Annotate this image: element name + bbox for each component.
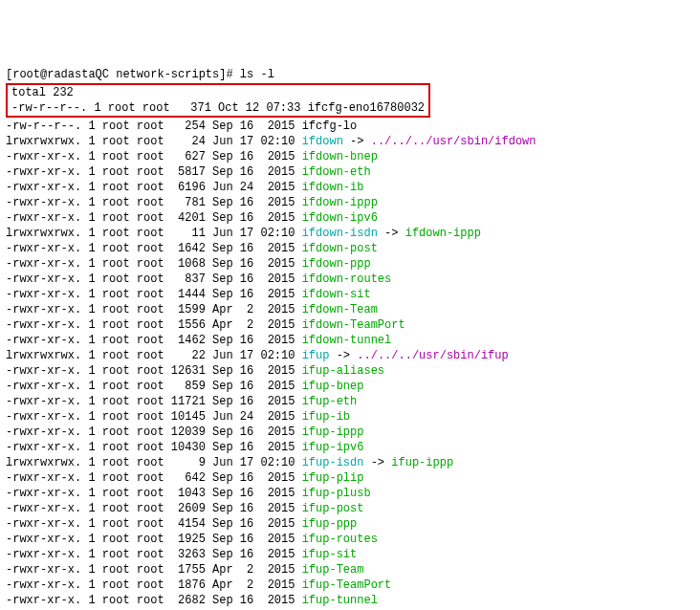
file-perms: -rwxr-xr-x. 1 root root 6196 Jun 24 2015 <box>6 181 302 194</box>
file-perms: -rw-r--r--. 1 root root 254 Sep 16 2015 <box>6 120 302 133</box>
file-perms: -rwxr-xr-x. 1 root root 1556 Apr 2 2015 <box>6 318 302 332</box>
file-entry: -rwxr-xr-x. 1 root root 10430 Sep 16 201… <box>6 440 694 455</box>
file-name: ifdown-post <box>302 242 378 255</box>
file-entry: -rwxr-xr-x. 1 root root 1556 Apr 2 2015 … <box>6 317 694 333</box>
command-input[interactable]: ls -l <box>240 68 274 81</box>
link-arrow: -> <box>378 227 405 240</box>
file-entry: -rwxr-xr-x. 1 root root 1068 Sep 16 2015… <box>6 256 694 272</box>
file-entry: -rwxr-xr-x. 1 root root 642 Sep 16 2015 … <box>6 470 694 486</box>
file-name: ifcfg-lo <box>302 120 358 133</box>
file-entry: lrwxrwxrwx. 1 root root 11 Jun 17 02:10 … <box>6 226 694 241</box>
file-perms: -rwxr-xr-x. 1 root root 837 Sep 16 2015 <box>6 272 302 286</box>
link-target: ifup-ippp <box>391 456 453 469</box>
file-perms: -rwxr-xr-x. 1 root root 11721 Sep 16 201… <box>6 395 302 408</box>
link-arrow: -> <box>343 135 371 148</box>
file-name: ifup-TeamPort <box>302 578 392 592</box>
file-name: ifup <box>302 349 330 362</box>
file-perms: -rwxr-xr-x. 1 root root 1068 Sep 16 2015 <box>6 257 302 271</box>
file-entry: -rwxr-xr-x. 1 root root 627 Sep 16 2015 … <box>6 149 694 164</box>
file-entry: -rwxr-xr-x. 1 root root 2609 Sep 16 2015… <box>6 501 694 516</box>
file-entry: -rwxr-xr-x. 1 root root 5817 Sep 16 2015… <box>6 164 694 180</box>
total-line: total 232 <box>11 86 74 99</box>
file-entry: -rwxr-xr-x. 1 root root 837 Sep 16 2015 … <box>6 272 694 287</box>
file-perms: -rwxr-xr-x. 1 root root 10430 Sep 16 201… <box>6 441 302 454</box>
file-perms: -rwxr-xr-x. 1 root root 781 Sep 16 2015 <box>6 196 302 209</box>
file-entry: -rwxr-xr-x. 1 root root 4154 Sep 16 2015… <box>6 516 694 532</box>
file-name: ifdown-sit <box>302 288 371 301</box>
file-perms: -rwxr-xr-x. 1 root root 1876 Apr 2 2015 <box>6 578 302 592</box>
file-entry: -rwxr-xr-x. 1 root root 1925 Sep 16 2015… <box>6 532 694 547</box>
file-perms: lrwxrwxrwx. 1 root root 9 Jun 17 02:10 <box>6 456 302 469</box>
file-entry: lrwxrwxrwx. 1 root root 24 Jun 17 02:10 … <box>6 134 694 149</box>
file-name: ifup-ipv6 <box>302 441 364 454</box>
file-entry: -rwxr-xr-x. 1 root root 3263 Sep 16 2015… <box>6 547 694 562</box>
file-entry: lrwxrwxrwx. 1 root root 9 Jun 17 02:10 i… <box>6 455 694 470</box>
file-entry: -rwxr-xr-x. 1 root root 12631 Sep 16 201… <box>6 363 694 379</box>
link-target: ../../../usr/sbin/ifdown <box>371 135 536 148</box>
file-name: ifup-Team <box>302 563 364 577</box>
file-perms: -rwxr-xr-x. 1 root root 1599 Apr 2 2015 <box>6 303 302 316</box>
file-perms: -rwxr-xr-x. 1 root root 2682 Sep 16 2015 <box>6 594 302 607</box>
file-entry: -rwxr-xr-x. 1 root root 12039 Sep 16 201… <box>6 425 694 440</box>
file-entry: -rwxr-xr-x. 1 root root 1444 Sep 16 2015… <box>6 287 694 302</box>
file-entry: lrwxrwxrwx. 1 root root 22 Jun 17 02:10 … <box>6 348 694 363</box>
file-name: ifdown-tunnel <box>302 334 392 347</box>
file-perms: -rwxr-xr-x. 1 root root 5817 Sep 16 2015 <box>6 165 302 179</box>
file-entry: -rwxr-xr-x. 1 root root 1755 Apr 2 2015 … <box>6 562 694 577</box>
file-entry: -rwxr-xr-x. 1 root root 1599 Apr 2 2015 … <box>6 302 694 317</box>
terminal[interactable]: [root@radastaQC network-scripts]# ls -lt… <box>6 67 694 610</box>
file-name: ifdown-ipv6 <box>302 211 378 225</box>
file-perms: -rwxr-xr-x. 1 root root 4154 Sep 16 2015 <box>6 517 302 531</box>
file-name: ifup-routes <box>302 533 378 546</box>
file-perms: -rwxr-xr-x. 1 root root 859 Sep 16 2015 <box>6 380 302 393</box>
file-name: ifdown-ppp <box>302 257 371 271</box>
link-target: ../../../usr/sbin/ifup <box>357 349 508 362</box>
file-perms: -rwxr-xr-x. 1 root root 10145 Jun 24 201… <box>6 410 302 424</box>
link-arrow: -> <box>329 349 357 362</box>
file-name: ifup-sit <box>302 548 358 561</box>
file-name: ifdown-routes <box>302 272 392 286</box>
file-name: ifup-plip <box>302 471 364 485</box>
file-entry: -rw-r--r--. 1 root root 371 Oct 12 07:33… <box>11 101 425 115</box>
link-target: ifdown-ippp <box>405 227 481 240</box>
file-entry: -rwxr-xr-x. 1 root root 11721 Sep 16 201… <box>6 394 694 409</box>
file-entry: -rwxr-xr-x. 1 root root 1642 Sep 16 2015… <box>6 241 694 256</box>
file-perms: -rwxr-xr-x. 1 root root 12039 Sep 16 201… <box>6 425 302 439</box>
file-entry: -rwxr-xr-x. 1 root root 1876 Apr 2 2015 … <box>6 577 694 593</box>
file-name: ifup-ippp <box>302 425 364 439</box>
file-perms: -rwxr-xr-x. 1 root root 12631 Sep 16 201… <box>6 364 302 378</box>
file-perms: -rwxr-xr-x. 1 root root 1043 Sep 16 2015 <box>6 487 302 500</box>
file-perms: -rwxr-xr-x. 1 root root 1755 Apr 2 2015 <box>6 563 302 577</box>
file-perms: -rwxr-xr-x. 1 root root 627 Sep 16 2015 <box>6 150 302 163</box>
file-name: ifup-bnep <box>302 380 364 393</box>
file-perms: -rwxr-xr-x. 1 root root 1444 Sep 16 2015 <box>6 288 302 301</box>
file-perms: -rwxr-xr-x. 1 root root 4201 Sep 16 2015 <box>6 211 302 225</box>
file-name: ifup-tunnel <box>302 594 378 607</box>
file-perms: -rwxr-xr-x. 1 root root 1642 Sep 16 2015 <box>6 242 302 255</box>
file-name: ifup-isdn <box>302 456 364 469</box>
file-perms: -rwxr-xr-x. 1 root root 3263 Sep 16 2015 <box>6 548 302 561</box>
file-entry: -rwxr-xr-x. 1 root root 1043 Sep 16 2015… <box>6 486 694 501</box>
file-entry: -rwxr-xr-x. 1 root root 6196 Jun 24 2015… <box>6 180 694 195</box>
file-name: ifdown-TeamPort <box>302 318 405 332</box>
file-name: ifup-ppp <box>302 517 358 531</box>
file-entry: -rwxr-xr-x. 1 root root 1462 Sep 16 2015… <box>6 333 694 348</box>
prompt-line: [root@radastaQC network-scripts]# ls -l <box>6 67 694 82</box>
link-arrow: -> <box>363 456 391 469</box>
file-perms: -rwxr-xr-x. 1 root root 642 Sep 16 2015 <box>6 471 302 485</box>
highlight-box: total 232-rw-r--r--. 1 root root 371 Oct… <box>6 83 430 118</box>
file-entry: -rwxr-xr-x. 1 root root 2682 Sep 16 2015… <box>6 593 694 608</box>
file-entry: -rwxr-xr-x. 1 root root 10145 Jun 24 201… <box>6 409 694 425</box>
file-name: ifdown-ippp <box>302 196 378 209</box>
file-name: ifup-plusb <box>302 487 371 500</box>
file-perms: -rwxr-xr-x. 1 root root 1925 Sep 16 2015 <box>6 533 302 546</box>
file-entry: -rw-r--r--. 1 root root 254 Sep 16 2015 … <box>6 119 694 134</box>
file-name: ifdown-ib <box>302 181 364 194</box>
file-name: ifdown-bnep <box>302 150 378 163</box>
file-perms: lrwxrwxrwx. 1 root root 22 Jun 17 02:10 <box>6 349 302 362</box>
file-name: ifup-ib <box>302 410 350 424</box>
file-entry: -rwxr-xr-x. 1 root root 859 Sep 16 2015 … <box>6 379 694 394</box>
file-perms: -rwxr-xr-x. 1 root root 2609 Sep 16 2015 <box>6 502 302 515</box>
shell-prompt: [root@radastaQC network-scripts]# <box>6 68 240 81</box>
file-name: ifup-post <box>302 502 364 515</box>
